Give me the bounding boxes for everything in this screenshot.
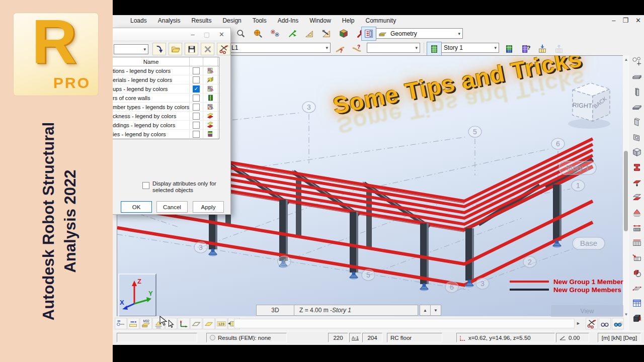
slab-icon[interactable] xyxy=(630,101,643,113)
menu-item-design[interactable]: Design xyxy=(217,17,247,24)
attribute-row-checkbox[interactable] xyxy=(193,122,200,129)
frame-grid-icon[interactable] xyxy=(630,282,643,294)
load-case-combobox[interactable]: L1 ▾ xyxy=(229,43,331,53)
assembly-icon[interactable] xyxy=(336,27,351,41)
status-results[interactable]: Results (FEM): none xyxy=(206,333,287,342)
scroll-right-icon[interactable]: ► xyxy=(575,319,582,327)
menu-item-loads[interactable]: Loads xyxy=(125,17,152,24)
scroll-down-icon[interactable]: ▼ xyxy=(623,311,629,318)
minimize-icon[interactable]: – xyxy=(612,17,615,24)
story-up-icon[interactable] xyxy=(551,42,567,56)
zoom-window-icon[interactable] xyxy=(268,27,283,41)
cladding-icon[interactable] xyxy=(630,192,643,203)
layout-combobox[interactable]: Geometry ▾ xyxy=(376,28,463,39)
name-column-header[interactable]: Name xyxy=(113,57,190,66)
view-glasses-icon[interactable] xyxy=(599,318,611,329)
wall-icon[interactable] xyxy=(630,116,643,128)
local-axes-icon[interactable] xyxy=(178,318,190,329)
scroll-left-icon[interactable]: ◄ xyxy=(225,319,233,327)
view-tab[interactable]: View xyxy=(551,305,623,317)
status-units[interactable]: [m] [kN] [Deg] xyxy=(598,333,641,342)
attribute-row[interactable]: ddings - legend by colors xyxy=(113,121,219,130)
plane-up-button[interactable]: ▲ xyxy=(420,305,431,316)
scrollbar-thumb[interactable] xyxy=(624,151,628,231)
plate-offset-icon[interactable] xyxy=(630,176,643,188)
attribute-preset-combobox[interactable]: ▾ xyxy=(114,44,148,54)
tab-plane-view[interactable]: Z = 4.00 m - Story 1 xyxy=(294,305,418,316)
cancel-button[interactable]: Cancel xyxy=(156,201,188,213)
panel-opening-icon[interactable] xyxy=(630,131,643,143)
attribute-row-checkbox[interactable]: ✓ xyxy=(193,85,200,93)
scroll-up-icon[interactable]: ▲ xyxy=(623,56,629,63)
column-icon[interactable] xyxy=(630,86,643,98)
attribute-row-checkbox[interactable] xyxy=(193,113,200,120)
menu-item-help[interactable]: Help xyxy=(337,17,360,24)
solid-block-icon[interactable] xyxy=(630,312,643,324)
d-maximize-icon[interactable]: ▢ xyxy=(204,31,210,38)
attribute-row[interactable]: tions - legend by colors xyxy=(113,66,219,75)
section-help-icon[interactable]: ? xyxy=(333,42,348,56)
story-combobox[interactable]: Story 1 ▾ xyxy=(441,43,499,53)
cut-scissors-icon[interactable] xyxy=(217,43,230,55)
horizontal-scrollbar[interactable] xyxy=(234,319,575,328)
dimension-icon[interactable] xyxy=(630,222,643,233)
save-icon[interactable] xyxy=(185,43,198,55)
display-manager-icon[interactable] xyxy=(361,27,376,41)
bar-numbers-icon[interactable] xyxy=(127,318,139,329)
attribute-row[interactable]: ies - legend by colors xyxy=(113,130,219,139)
tab-3d-view[interactable]: 3D xyxy=(256,305,294,316)
design-tools-icon[interactable] xyxy=(319,27,334,41)
cut-scissors-icon[interactable] xyxy=(586,318,598,329)
solid-icon[interactable] xyxy=(630,146,643,158)
menu-item-window[interactable]: Window xyxy=(304,17,337,24)
attribute-row[interactable]: mber types - legends by colors xyxy=(113,103,219,112)
attribute-row[interactable]: ckness - legend by colors xyxy=(113,112,219,121)
d-minimize-icon[interactable]: – xyxy=(191,31,195,38)
node-numbers-icon[interactable] xyxy=(115,318,127,329)
axis-definition-icon[interactable] xyxy=(630,56,643,67)
section-names-icon[interactable]: M32 xyxy=(140,318,152,329)
support-icon[interactable] xyxy=(630,207,643,218)
menu-item-community[interactable]: Community xyxy=(360,17,402,24)
resize-grip-icon[interactable]: ⠿ xyxy=(620,321,626,327)
road-help-icon[interactable]: ? xyxy=(349,42,364,56)
attribute-row-checkbox[interactable] xyxy=(193,104,200,111)
panel-icon[interactable] xyxy=(190,318,202,329)
open-folder-icon[interactable] xyxy=(169,43,182,55)
dialog-title-bar[interactable]: – ▢ ✕ xyxy=(113,28,230,41)
steel-section-icon[interactable] xyxy=(630,161,643,173)
view-direction-icon[interactable] xyxy=(285,27,300,41)
plane-down-button[interactable]: ▼ xyxy=(430,305,441,316)
attribute-row-checkbox[interactable] xyxy=(193,131,200,138)
object-circle-icon[interactable] xyxy=(630,267,643,279)
attribute-row[interactable]: rs of core walls xyxy=(113,94,219,103)
table-icon[interactable] xyxy=(630,297,643,309)
attribute-row-checkbox[interactable] xyxy=(193,67,200,74)
story-view-icon[interactable] xyxy=(502,42,517,56)
restore-icon[interactable]: ❐ xyxy=(622,17,628,24)
attribute-row[interactable]: erials - legend by colors xyxy=(113,75,219,84)
load-arrow-icon[interactable] xyxy=(152,43,166,55)
apply-button[interactable]: Apply xyxy=(193,201,224,213)
selected-objects-checkbox[interactable] xyxy=(142,182,149,189)
vertical-scrollbar[interactable]: ▲ ▼ xyxy=(623,55,629,331)
zoom-icon[interactable] xyxy=(233,27,249,41)
design-ruler-icon[interactable] xyxy=(302,27,317,41)
zoom-all-icon[interactable] xyxy=(251,27,266,41)
selection-combobox[interactable]: ▾ xyxy=(367,43,420,53)
menu-item-analysis[interactable]: Analysis xyxy=(152,17,186,24)
menu-item-results[interactable]: Results xyxy=(186,17,217,24)
attribute-row[interactable]: ups - legend by colors✓ xyxy=(113,84,219,94)
attribute-row-checkbox[interactable] xyxy=(193,95,200,102)
close-icon[interactable]: ✕ xyxy=(635,17,641,24)
bar-insert-icon[interactable] xyxy=(630,252,643,263)
menu-item-tools[interactable]: Tools xyxy=(247,17,272,24)
ok-button[interactable]: OK xyxy=(121,201,152,213)
menu-item-addins[interactable]: Add-Ins xyxy=(272,17,304,24)
beam-icon[interactable] xyxy=(630,71,643,82)
floor-icon[interactable] xyxy=(203,318,215,329)
delete-icon[interactable] xyxy=(201,43,214,55)
story-down-icon[interactable] xyxy=(535,42,550,56)
grid-bars-icon[interactable] xyxy=(630,237,643,248)
status-mode[interactable]: RC floor xyxy=(387,333,442,342)
